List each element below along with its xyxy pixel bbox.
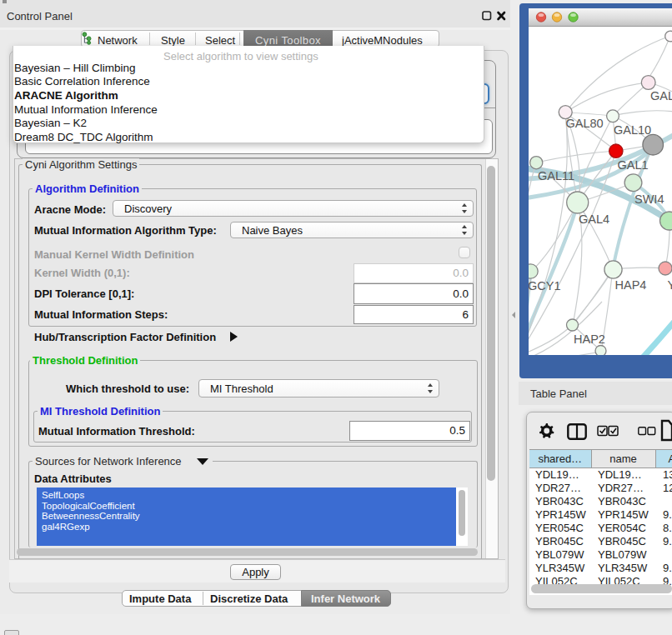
svg-text:HAP2: HAP2 <box>574 332 605 346</box>
svg-text:GAL10: GAL10 <box>614 123 651 137</box>
svg-text:GCY1: GCY1 <box>529 279 561 292</box>
svg-text:GAL11: GAL11 <box>538 169 574 182</box>
svg-text:GAL1: GAL1 <box>618 158 649 172</box>
svg-text:SWI4: SWI4 <box>634 192 664 206</box>
svg-text:GAL4: GAL4 <box>579 212 609 226</box>
svg-text:GAL80: GAL80 <box>566 117 604 130</box>
svg-text:HAP4: HAP4 <box>615 278 647 292</box>
svg-text:GAL7: GAL7 <box>650 89 672 102</box>
svg-text:Y: Y <box>668 278 672 292</box>
